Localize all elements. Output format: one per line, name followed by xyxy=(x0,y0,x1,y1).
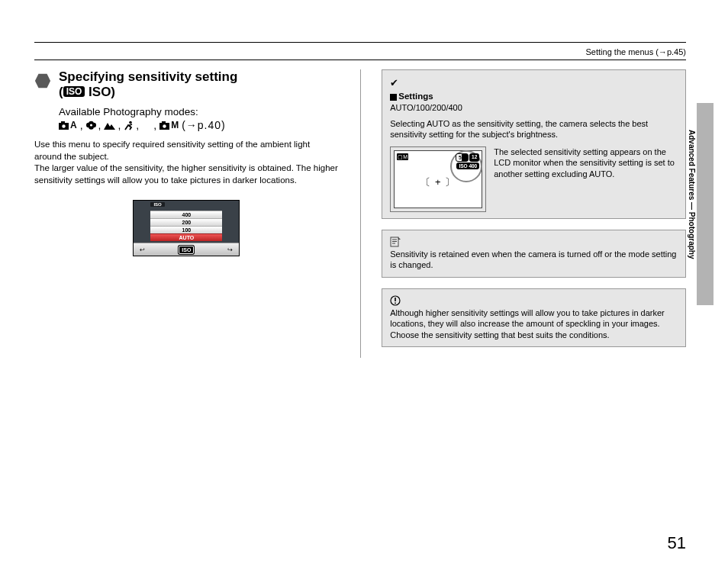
cam-mode-mini-icon: ▢M xyxy=(397,153,408,160)
column-divider xyxy=(360,69,361,358)
iso-option: 400 xyxy=(150,211,222,218)
memo-info-box: Sensitivity is retained even when the ca… xyxy=(382,230,686,278)
iso-option: 200 xyxy=(150,218,222,226)
mountain-icon xyxy=(104,121,115,130)
flower-icon xyxy=(86,121,96,130)
square-bullet-icon xyxy=(390,94,397,101)
frames-remaining: 12 xyxy=(469,153,479,162)
svg-rect-12 xyxy=(162,121,166,124)
svg-point-8 xyxy=(89,124,92,126)
sport-icon xyxy=(124,121,134,130)
lcd-menu-illustration: ISO 400 200 100 AUTO ↩ ISO ↪ xyxy=(133,200,240,256)
caution-text: Although higher sensitivity settings wil… xyxy=(390,308,665,339)
af-target-icon: 〔 + 〕 xyxy=(420,175,456,188)
title-iso-text: ISO) xyxy=(89,85,115,99)
modes-page-ref: (→p.40) xyxy=(182,119,226,131)
svg-marker-9 xyxy=(104,123,115,130)
settings-heading: Settings xyxy=(398,92,433,101)
iso-badge-icon: ISO xyxy=(63,86,85,97)
camera-auto-icon: A xyxy=(59,120,78,130)
quality-mini-icon: 5M xyxy=(456,153,469,162)
svg-point-10 xyxy=(130,121,133,124)
camera-manual-icon: M xyxy=(159,120,179,130)
iso-option-selected: AUTO xyxy=(150,233,222,241)
hexagon-icon xyxy=(34,72,51,89)
svg-rect-19 xyxy=(395,298,396,301)
caution-info-box: Although higher sensitivity settings wil… xyxy=(382,288,686,348)
body-paragraph: Use this menu to specify required sensit… xyxy=(34,139,339,186)
iso-value-badge: ISO 400 xyxy=(456,163,479,169)
nav-left-icon: ↩ xyxy=(140,246,145,253)
iso-option: 100 xyxy=(150,226,222,233)
settings-values: AUTO/100/200/400 xyxy=(390,102,678,114)
side-section-label: Advanced Features — Photography xyxy=(688,130,696,259)
section-tab xyxy=(697,103,714,305)
modes-subheading: Available Photography modes: xyxy=(59,106,237,117)
mode-icons-row: A , , , , , M (→p.40) xyxy=(59,119,237,131)
svg-rect-20 xyxy=(395,302,396,304)
page-content: Setting the menus (→p.45) Specifying sen… xyxy=(34,42,686,534)
settings-text-2: The selected sensitivity setting appears… xyxy=(494,146,678,180)
svg-point-13 xyxy=(163,124,166,127)
settings-info-box: ✔ Settings AUTO/100/200/400 Selecting AU… xyxy=(382,69,686,219)
running-header: Setting the menus (→p.45) xyxy=(34,43,686,60)
page-number: 51 xyxy=(668,533,686,553)
svg-rect-2 xyxy=(61,121,65,124)
title-text: Specifying sensitivity setting xyxy=(59,69,237,84)
section-title: Specifying sensitivity setting (ISO ISO) xyxy=(59,69,237,100)
svg-point-3 xyxy=(62,124,65,127)
memo-text: Sensitivity is retained even when the ca… xyxy=(390,249,676,270)
svg-marker-0 xyxy=(35,74,50,88)
settings-text-1: Selecting AUTO as the sensitivity settin… xyxy=(390,118,678,140)
check-icon: ✔ xyxy=(390,76,678,89)
night-icon xyxy=(142,121,151,130)
caution-icon xyxy=(390,295,678,306)
lcd-preview-frame: ▢M 5M 12 ISO 400 〔 + 〕 xyxy=(390,146,486,212)
iso-chip-icon: ISO xyxy=(179,246,194,254)
nav-right-icon: ↪ xyxy=(227,246,233,253)
memo-icon xyxy=(390,237,678,247)
lcd-menu-label: ISO xyxy=(150,202,164,207)
